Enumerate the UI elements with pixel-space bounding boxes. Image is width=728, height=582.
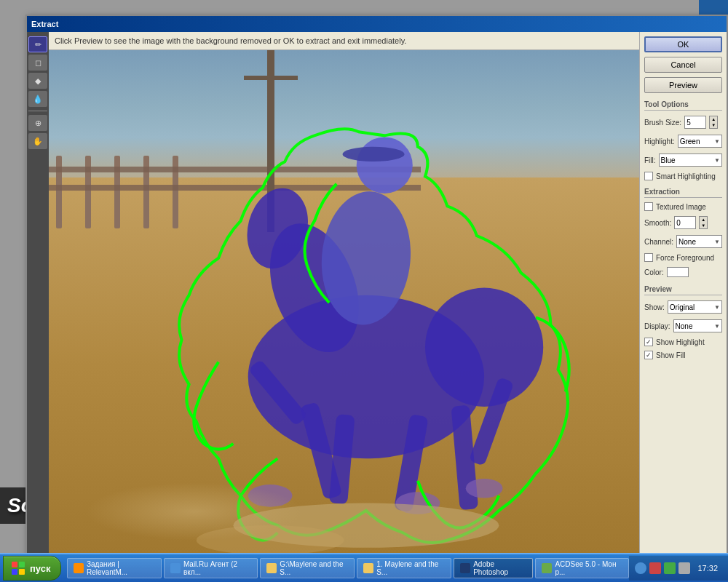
show-select[interactable]: Original ▼ [668, 300, 722, 314]
tool-options-section: Tool Options [644, 100, 722, 111]
show-value: Original [670, 303, 695, 311]
brush-size-value[interactable]: 5 [684, 116, 706, 129]
systray-icon-3 [664, 562, 676, 574]
color-label: Color: [644, 268, 664, 276]
start-label: пуск [30, 563, 51, 574]
desktop: Extract ✏ ◻ ◆ 💧 ⊕ ✋ Click Preview to see… [0, 0, 699, 553]
svg-rect-21 [19, 569, 25, 575]
brush-tool[interactable]: ✏ [28, 36, 47, 52]
color-picker[interactable] [667, 267, 689, 277]
extract-title: Extract [31, 20, 722, 28]
folder1-icon [266, 563, 277, 573]
preview-button[interactable]: Preview [644, 77, 722, 93]
svg-rect-20 [12, 569, 17, 575]
ps-tb-icon [460, 563, 470, 573]
taskbar-item-zadaniya[interactable]: Задания | RelevantM... [67, 558, 162, 578]
ok-button[interactable]: OK [644, 36, 722, 52]
channel-value: None [678, 238, 696, 246]
eraser-tool[interactable]: ◻ [28, 55, 47, 71]
fill-value: Blue [661, 156, 676, 164]
channel-row: Channel: None ▼ [644, 235, 722, 248]
dust-cloud [85, 482, 304, 541]
force-foreground-checkbox[interactable] [644, 253, 653, 262]
taskbar-item-ps[interactable]: Adobe Photoshop [454, 558, 533, 578]
highlight-value: Green [680, 137, 700, 146]
taskbar-item-acdsee-label: ACDSee 5.0 - Мон р... [555, 560, 622, 576]
taskbar-item-mail[interactable]: Mail.Ru Агент (2 вкл... [164, 558, 258, 578]
acdsee-icon [542, 563, 552, 573]
smooth-label: Smooth: [644, 219, 671, 227]
folder2-icon [363, 563, 373, 573]
cancel-button[interactable]: Cancel [644, 57, 722, 73]
eyedropper-tool[interactable]: 💧 [28, 91, 47, 107]
display-dropdown-arrow: ▼ [714, 323, 720, 330]
smooth-stepper[interactable]: ▲ ▼ [699, 216, 708, 229]
zadaniya-icon [74, 563, 84, 573]
extract-titlebar: Extract [27, 16, 727, 32]
extraction-section: Extraction [644, 188, 722, 198]
svg-point-3 [425, 288, 543, 407]
taskbar-items: Задания | RelevantM... Mail.Ru Агент (2 … [67, 558, 629, 578]
fill-label: Fill: [644, 156, 656, 164]
tool-separator [28, 111, 47, 111]
show-row: Show: Original ▼ [644, 300, 722, 314]
show-highlight-row: Show Highlight [644, 338, 722, 346]
smart-highlighting-row: Smart Highlighting [644, 172, 722, 180]
extract-right-panel: OK Cancel Preview Tool Options Brush Siz… [639, 32, 727, 555]
horse-rider-overlay [49, 50, 639, 555]
taskbar-item-mail-label: Mail.Ru Агент (2 вкл... [183, 560, 251, 576]
fill-row: Fill: Blue ▼ [644, 154, 722, 167]
highlight-label: Highlight: [644, 137, 675, 146]
show-fill-label: Show Fill [656, 351, 686, 359]
taskbar-item-acdsee[interactable]: ACDSee 5.0 - Мон р... [535, 558, 629, 578]
systray-icon-4 [678, 562, 690, 574]
preview-section: Preview [644, 285, 722, 295]
textured-image-label: Textured Image [656, 203, 706, 211]
force-foreground-label: Force Foreground [656, 254, 714, 262]
windows-taskbar: пуск Задания | RelevantM... Mail.Ru Аген… [0, 553, 728, 582]
svg-rect-18 [12, 562, 17, 567]
hand-tool[interactable]: ✋ [28, 133, 47, 149]
systray-icon-2 [649, 562, 661, 574]
display-row: Display: None ▼ [644, 319, 722, 332]
show-highlight-label: Show Highlight [656, 338, 705, 346]
smooth-stepper-down[interactable]: ▼ [700, 223, 707, 228]
taskbar-item-folder2[interactable]: 1. Maylene and the S... [357, 558, 451, 578]
display-label: Display: [644, 322, 670, 330]
textured-image-checkbox[interactable] [644, 202, 653, 211]
stepper-down[interactable]: ▼ [710, 122, 717, 128]
channel-select[interactable]: None ▼ [676, 235, 722, 248]
highlight-dropdown-arrow: ▼ [714, 138, 720, 145]
smart-highlighting-checkbox[interactable] [644, 172, 653, 180]
extract-info-text: Click Preview to see the image with the … [55, 36, 406, 45]
stepper-up[interactable]: ▲ [710, 116, 717, 122]
show-dropdown-arrow: ▼ [714, 304, 720, 311]
fill-select[interactable]: Blue ▼ [659, 154, 722, 167]
svg-rect-19 [19, 562, 25, 567]
fill-dropdown-arrow: ▼ [714, 157, 720, 164]
taskbar-item-folder1[interactable]: G:\Maylene and the S... [260, 558, 355, 578]
display-select[interactable]: None ▼ [673, 319, 722, 332]
svg-point-15 [466, 479, 503, 498]
fill-tool[interactable]: ◆ [28, 73, 47, 89]
smooth-row: Smooth: 0 ▲ ▼ [644, 216, 722, 229]
taskbar-item-zadaniya-label: Задания | RelevantM... [87, 560, 155, 576]
highlight-row: Highlight: Green ▼ [644, 135, 722, 148]
zoom-tool[interactable]: ⊕ [28, 115, 47, 131]
systray-icon-1 [635, 562, 646, 574]
smooth-stepper-up[interactable]: ▲ [700, 217, 707, 223]
extract-left-toolbar: ✏ ◻ ◆ 💧 ⊕ ✋ [27, 32, 49, 555]
brush-size-label: Brush Size: [644, 119, 681, 127]
show-fill-checkbox[interactable] [644, 351, 653, 359]
show-highlight-checkbox[interactable] [644, 338, 653, 346]
color-row: Color: [644, 267, 722, 277]
channel-label: Channel: [644, 238, 673, 246]
extract-info-bar: Click Preview to see the image with the … [49, 32, 639, 50]
smooth-value[interactable]: 0 [674, 216, 696, 229]
taskbar-item-ps-label: Adobe Photoshop [473, 560, 526, 576]
start-button[interactable]: пуск [3, 556, 61, 581]
smart-highlighting-label: Smart Highlighting [656, 172, 716, 180]
brush-size-stepper[interactable]: ▲ ▼ [709, 116, 718, 129]
highlight-select[interactable]: Green ▼ [678, 135, 722, 148]
extract-body: ✏ ◻ ◆ 💧 ⊕ ✋ Click Preview to see the ima… [27, 32, 727, 555]
